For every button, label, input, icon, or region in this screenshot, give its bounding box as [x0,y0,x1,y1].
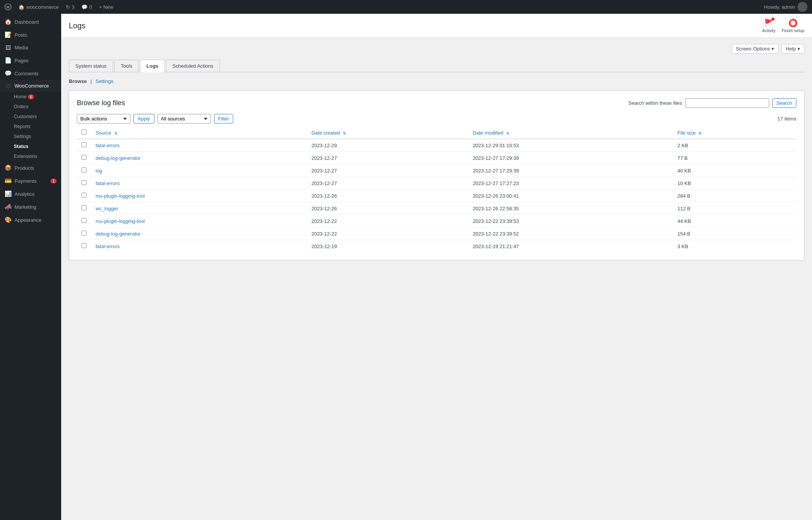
marketing-icon: 📣 [5,203,11,210]
row-source: fatal-errors [91,139,307,152]
adminbar-house-icon: 🏠 [18,4,24,10]
row-source: debug-log-generator [91,227,307,240]
row-date-created: 2023-12-27 [307,177,468,190]
select-all-checkbox[interactable] [81,130,86,135]
sidebar-item-home[interactable]: Home 6 [0,92,61,102]
row-checkbox-2[interactable] [81,167,86,172]
row-checkbox-7[interactable] [81,231,86,236]
updates-count: 3 [72,4,75,10]
row-checkbox-8[interactable] [81,243,86,248]
sidebar-marketing-label: Marketing [15,204,57,210]
filter-button[interactable]: Filter [214,114,234,123]
tab-tools[interactable]: Tools [114,60,139,72]
source-link-8[interactable]: fatal-errors [96,244,120,249]
screen-options-button[interactable]: Screen Options ▾ [732,44,779,54]
sidebar-item-extensions[interactable]: Extensions [0,151,61,161]
source-link-1[interactable]: debug-log-generator [96,155,141,161]
row-checkbox-4[interactable] [81,193,86,198]
row-checkbox-cell [77,190,91,202]
sidebar-item-analytics[interactable]: 📊 Analytics [0,187,61,200]
source-link-3[interactable]: fatal-errors [96,180,120,186]
sidebar-item-pages[interactable]: 📄 Pages [0,54,61,67]
sidebar-item-payments[interactable]: 💳 Payments 1 [0,174,61,187]
sidebar-item-customers[interactable]: Customers [0,112,61,122]
subnav-separator: | [91,78,92,84]
help-button[interactable]: Help ▾ [781,44,804,54]
adminbar-updates[interactable]: ↻ 3 [66,4,75,10]
sidebar-item-appearance[interactable]: 🎨 Appearance [0,213,61,226]
sidebar-item-status[interactable]: Status [0,141,61,151]
sidebar-customers-label: Customers [14,114,37,119]
row-checkbox-5[interactable] [81,205,86,210]
source-sort-icon: ⇅ [114,131,117,135]
source-link-4[interactable]: mu-plugin-logging-tool [96,193,145,199]
row-file-size: 3 KB [673,240,796,253]
source-link-6[interactable]: mu-plugin-logging-tool [96,218,145,224]
sidebar-item-marketing[interactable]: 📣 Marketing [0,200,61,213]
tab-system-status[interactable]: System status [69,60,113,72]
table-header-file-size[interactable]: File size ⇅ [673,127,796,139]
sources-select[interactable]: All sources [158,114,211,123]
browse-header: Browse log files Search within these fil… [77,98,796,108]
row-source: wc_logger [91,202,307,215]
search-button[interactable]: Search [772,98,796,108]
source-link-5[interactable]: wc_logger [96,206,118,211]
home-badge: 6 [28,94,34,99]
file-size-sort-icon: ⇅ [698,131,702,135]
row-date-modified: 2023-12-27 17:27:23 [468,177,673,190]
row-checkbox-6[interactable] [81,218,86,223]
comments-icon: 💬 [81,4,88,10]
source-link-2[interactable]: log [96,168,102,174]
row-checkbox-cell [77,215,91,227]
content-area: Browse log files Search within these fil… [69,90,804,260]
tab-logs[interactable]: Logs [140,60,165,72]
activity-button[interactable]: 🚩 Activity [762,18,776,33]
payments-icon: 💳 [5,177,11,184]
sidebar-item-dashboard[interactable]: 🏠 Dashboard [0,15,61,28]
row-date-modified: 2023-12-19 21:21:47 [468,240,673,253]
table-row: debug-log-generator 2023-12-22 2023-12-2… [77,227,796,240]
row-date-created: 2023-12-27 [307,164,468,177]
source-link-0[interactable]: fatal-errors [96,143,120,148]
media-icon: 🖼 [5,44,11,51]
table-row: log 2023-12-27 2023-12-27 17:29:39 40 KB [77,164,796,177]
search-input[interactable] [685,98,769,108]
help-label: Help [786,46,796,52]
sidebar-item-media[interactable]: 🖼 Media [0,41,61,54]
sidebar-dashboard-label: Dashboard [15,19,57,25]
adminbar-comments[interactable]: 💬 0 [81,4,92,10]
tab-scheduled-actions[interactable]: Scheduled Actions [166,60,220,72]
table-header-date-modified[interactable]: Date modified ⇅ [468,127,673,139]
sidebar-item-comments[interactable]: 💬 Comments [0,67,61,80]
search-label: Search within these files [628,100,682,106]
sidebar-item-settings[interactable]: Settings [0,132,61,141]
bulk-actions-select[interactable]: Bulk actions [77,114,130,123]
wp-logo[interactable]: W [5,3,11,10]
source-link-7[interactable]: debug-log-generator [96,231,141,237]
apply-button[interactable]: Apply [133,114,154,123]
pages-icon: 📄 [5,57,11,64]
adminbar-site[interactable]: 🏠 woocommerce [18,4,59,10]
sidebar-item-products[interactable]: 📦 Products [0,161,61,174]
table-header-source[interactable]: Source ⇅ [91,127,307,139]
row-checkbox-0[interactable] [81,142,86,147]
row-checkbox-cell [77,152,91,164]
sidebar-home-label: Home [14,94,26,99]
sidebar-item-posts[interactable]: 📝 Posts [0,28,61,41]
date-modified-sort-icon: ⇅ [506,131,509,135]
row-checkbox-3[interactable] [81,180,86,185]
admin-bar: W 🏠 woocommerce ↻ 3 💬 0 + New Howdy, adm… [0,0,812,14]
finish-setup-button[interactable]: ⭕ Finish setup [782,18,804,33]
row-source: log [91,164,307,177]
row-file-size: 154 B [673,227,796,240]
sidebar-item-reports[interactable]: Reports [0,122,61,132]
help-chevron-icon: ▾ [797,46,800,52]
sidebar-woocommerce-section[interactable]: ⬡ WooCommerce [0,80,61,92]
sidebar-item-orders[interactable]: Orders [0,102,61,112]
subnav-settings-link[interactable]: Settings [96,78,114,84]
table-header-date-created[interactable]: Date created ⇅ [307,127,468,139]
row-checkbox-1[interactable] [81,155,86,160]
row-checkbox-cell [77,202,91,215]
adminbar-new[interactable]: + New [99,4,113,10]
items-count: 17 items [778,116,796,122]
